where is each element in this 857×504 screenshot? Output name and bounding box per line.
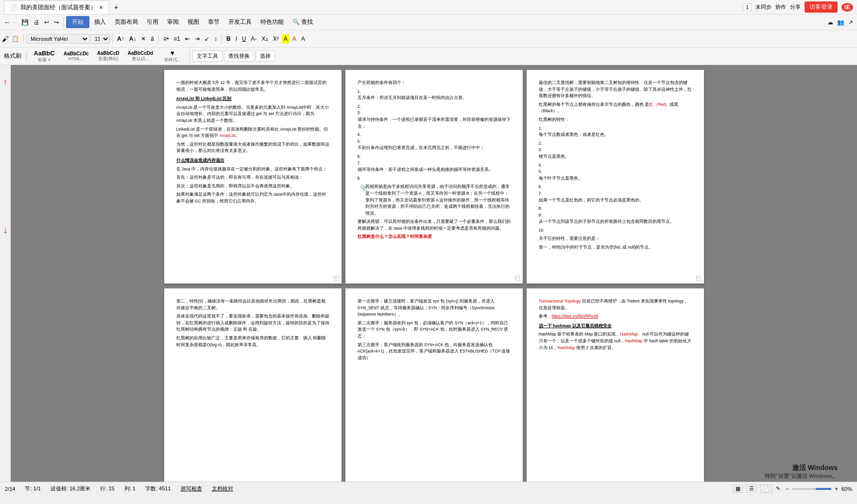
document-tab[interactable]: 📄 我的美团面经（面试题答案） ✕ <box>4 0 109 14</box>
collab-icon[interactable]: 👥 <box>837 19 844 26</box>
menu-page-layout[interactable]: 页面布局 <box>111 16 142 28</box>
user-avatar: tE <box>841 3 853 12</box>
page-2[interactable]: 产生死锁的条件有四个： 1.互斥条件：所涉互斥到就该项目在某一时间内信占点资。 … <box>345 70 523 284</box>
style-default[interactable]: AaBbCcDd 数认识... <box>124 49 156 64</box>
menu-view[interactable]: 视图 <box>184 16 203 28</box>
page-1[interactable]: 一面的时候大概是 3月 12 号，面完等了差不多半个月才突然进行二面面试官的电话… <box>164 70 342 284</box>
zoom-controls: − + 60% <box>784 486 852 492</box>
page-5[interactable]: 第一次握手：建立连接时，客户端发送 syn 包 (syn=j) 到服务器，并进入… <box>345 288 523 482</box>
strikethrough-btn[interactable]: A- <box>249 34 259 43</box>
highlight-btn[interactable]: A <box>282 34 290 43</box>
sep3 <box>112 34 113 44</box>
close-icon[interactable]: ✕ <box>99 5 103 10</box>
format-style-label: 格式刷 <box>2 51 23 61</box>
zoom-out-btn[interactable]: − <box>784 486 790 492</box>
spell-check-btn[interactable]: 拼写检查 <box>181 485 202 492</box>
page-row-2: 第二，特性(5)，确保没有一条路径会比其他路径长出两倍，因此，红黑树是相对接近平… <box>164 288 704 482</box>
style-new[interactable]: ▼ 新样式... <box>158 48 187 65</box>
sep5 <box>222 34 222 44</box>
paste-btn[interactable]: 📋 <box>10 34 21 43</box>
menu-review[interactable]: 审阅 <box>163 16 183 28</box>
sort-btn[interactable]: ↕ <box>212 34 219 43</box>
start-menu-btn[interactable]: 开始 <box>66 16 89 28</box>
font-shrink-btn[interactable]: A↓ <box>127 34 138 43</box>
section-info: 节: 1/1 <box>25 485 40 492</box>
style-heading4[interactable]: AaBbC 标题 4 <box>30 48 59 65</box>
page-2-content: 产生死锁的条件有四个： 1.互斥条件：所涉互斥到就该项目在某一时间内信占点资。 … <box>358 80 511 240</box>
status-right: ▦ ☰ 📄 ✎ − + 60% <box>733 485 852 493</box>
sep2 <box>23 34 24 44</box>
share-btn[interactable]: 分享 <box>790 3 801 11</box>
note-icon: 📎 <box>360 184 367 193</box>
italic-btn[interactable]: I <box>234 34 239 43</box>
font-grow-btn[interactable]: A↑ <box>115 34 126 43</box>
menu-features[interactable]: 特色功能 <box>257 16 288 28</box>
format-painter-icon[interactable]: 🖌 <box>2 35 9 43</box>
style-normal-web[interactable]: AaBbCcD 普通(网站) <box>94 49 123 64</box>
title-bar: 📄 我的美团面经（面试题答案） ✕ + 1 未同步 协作 分享 访客登录 tE <box>0 0 857 15</box>
menu-reference[interactable]: 引用 <box>143 16 162 28</box>
font-color-btn[interactable]: A <box>291 34 298 43</box>
sync-status[interactable]: 未同步 <box>755 3 771 11</box>
sep6 <box>26 51 27 61</box>
nav-back[interactable]: ← <box>4 18 11 26</box>
style-html[interactable]: AaBbCcDc HTML... <box>60 50 92 63</box>
char-count: 字数: 4511 <box>145 485 171 492</box>
menu-insert[interactable]: 插入 <box>90 16 110 28</box>
print-btn[interactable]: 🖨 <box>32 18 41 27</box>
indent-inc-btn[interactable]: ⇥ <box>193 34 202 43</box>
zoom-slider[interactable] <box>792 488 831 490</box>
bold-btn[interactable]: B <box>224 34 233 43</box>
view-toggle-1[interactable]: ▦ <box>733 485 743 493</box>
text-tool-btn[interactable]: 文字工具 <box>192 50 223 62</box>
visit-login-button[interactable]: 访客登录 <box>805 1 838 13</box>
row-info: 行: 15 <box>100 485 114 492</box>
menu-dev-tools[interactable]: 开发工具 <box>224 16 256 28</box>
new-tab-button[interactable]: + <box>110 1 122 13</box>
left-panel: ↑ ↓ <box>0 65 11 482</box>
page-3-content: 最佳的二叉查找树，需要智能地将二叉树知的维特性：任意一个节点包含的键值，大于等于… <box>539 80 692 251</box>
page-3[interactable]: 最佳的二叉查找树，需要智能地将二叉树知的维特性：任意一个节点包含的键值，大于等于… <box>527 70 704 284</box>
tab-count: 1 <box>743 3 752 11</box>
tab-group: 📄 我的美团面经（面试题答案） ✕ + <box>4 0 122 14</box>
menu-section[interactable]: 章节 <box>204 16 223 28</box>
font-size-select[interactable]: 11 <box>90 34 110 44</box>
find-replace-btn[interactable]: 查找替换 <box>224 50 254 62</box>
menu-bar: ← → 💾 🖨 ↩ ↪ 开始 插入 页面布局 引用 审阅 视图 章节 开发工具 … <box>0 15 857 30</box>
redo-btn[interactable]: ↪ <box>52 18 61 27</box>
collab-btn[interactable]: 协作 <box>775 3 786 11</box>
view-toggle-4[interactable]: ✎ <box>776 486 780 492</box>
document-area[interactable]: 一面的时候大概是 3月 12 号，面完等了差不多半个月才突然进行二面面试官的电话… <box>11 65 857 482</box>
undo-btn[interactable]: ↩ <box>42 18 51 27</box>
nav-forward[interactable]: → <box>12 18 18 26</box>
page-1-content: 一面的时候大概是 3月 12 号，面完等了差不多半个月才突然进行二面面试官的电话… <box>176 80 329 205</box>
page-6[interactable]: Transactional Topology 目前已经不再维护，由 Triden… <box>527 288 704 482</box>
ul-btn[interactable]: ≡• <box>161 34 171 43</box>
indent-dec-btn[interactable]: ⇤ <box>183 34 192 43</box>
save-btn[interactable]: 💾 <box>19 18 31 27</box>
subscript-btn[interactable]: X₂ <box>260 34 270 43</box>
zoom-in-btn[interactable]: + <box>833 486 840 492</box>
superscript-btn[interactable]: X² <box>271 34 281 43</box>
arrow-up-icon: ↑ <box>3 77 8 87</box>
menu-search[interactable]: 🔍 查找 <box>289 16 317 28</box>
format-toolbar: 🖌 📋 Microsoft YaHei 11 A↑ A↓ ✕ ā ≡• ≡1 ⇤… <box>0 30 857 48</box>
outdent-btn[interactable]: ↙ <box>203 34 211 43</box>
main-area: ↑ ↓ 一面的时候大概是 3月 12 号，面完等了差不多半个月才突然进行二面面试… <box>0 65 857 482</box>
select-btn[interactable]: 选择 <box>256 50 275 62</box>
ol-btn[interactable]: ≡1 <box>171 34 182 43</box>
view-toggle-3[interactable]: 📄 <box>760 485 772 493</box>
zoom-level: 60% <box>841 486 852 492</box>
col-info: 列: 1 <box>124 485 136 492</box>
view-toggle-2[interactable]: ☰ <box>747 485 756 493</box>
doc-compare-btn[interactable]: 文档校对 <box>212 485 233 492</box>
page-2-corner: □ <box>515 276 520 281</box>
page-4[interactable]: 第二，特性(5)，确保没有一条路径会比其他路径长出两倍，因此，红黑树是相对接近平… <box>164 288 342 482</box>
font-family-select[interactable]: Microsoft YaHei <box>26 34 89 44</box>
windows-activate-watermark: 激活 Windows 转到"设置"以激活 Windows。 <box>765 464 838 480</box>
char-shading-btn[interactable]: A <box>299 34 307 43</box>
underline-btn[interactable]: U <box>240 34 248 43</box>
clear-format-btn[interactable]: ✕ <box>139 34 148 43</box>
pinyin-btn[interactable]: ā <box>149 34 156 43</box>
share-icon[interactable]: ↗ <box>848 19 853 26</box>
